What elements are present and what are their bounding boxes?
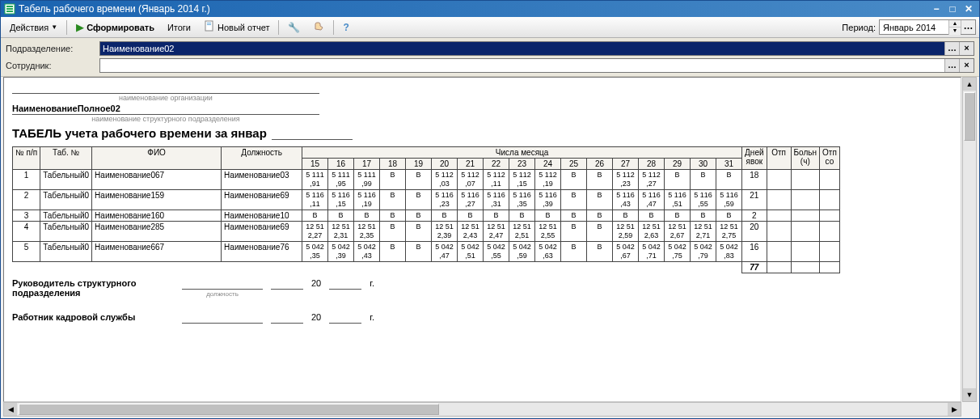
cell-no: 3 bbox=[13, 210, 40, 222]
scroll-thumb-h[interactable] bbox=[19, 404, 439, 415]
cell-no: 2 bbox=[13, 190, 40, 210]
signature-hr-label: Работник кадровой службы bbox=[12, 312, 174, 322]
day-cell: В bbox=[406, 222, 432, 242]
department-clear-button[interactable]: × bbox=[959, 42, 974, 55]
day-cell: В bbox=[354, 210, 380, 222]
cell-no: 1 bbox=[13, 170, 40, 190]
day-cell: 5 116 ,39 bbox=[535, 190, 561, 210]
day-cell: В bbox=[380, 170, 406, 190]
vertical-scrollbar[interactable]: ▲ ▼ bbox=[962, 77, 977, 402]
col-day: 21 bbox=[458, 159, 484, 170]
actions-menu[interactable]: Действия ▼ bbox=[4, 20, 63, 35]
scroll-left-icon[interactable]: ◀ bbox=[4, 403, 17, 416]
day-cell: 5 112 ,23 bbox=[613, 170, 639, 190]
day-cell: 5 116 ,23 bbox=[432, 190, 458, 210]
cell-post: Наименование69 bbox=[222, 190, 302, 210]
col-day: 16 bbox=[328, 159, 354, 170]
col-day: 28 bbox=[639, 159, 665, 170]
cell-tab: Табельный0 bbox=[40, 170, 92, 190]
period-control: ▲ ▼ … bbox=[879, 19, 976, 35]
total-spacer bbox=[13, 262, 742, 273]
day-cell: 5 116 ,11 bbox=[302, 190, 328, 210]
cell-empty bbox=[791, 210, 819, 222]
signature-position-hint: должность bbox=[182, 290, 263, 298]
day-cell: В bbox=[328, 210, 354, 222]
cell-post: Наименование03 bbox=[222, 170, 302, 190]
settings-button[interactable]: 🔧 bbox=[282, 19, 306, 36]
table-row: 5Табельный0Наименование667Наименование76… bbox=[13, 242, 840, 262]
col-no: № п/п bbox=[13, 147, 40, 170]
col-fio: ФИО bbox=[92, 147, 222, 170]
app-icon bbox=[4, 3, 15, 15]
department-input[interactable] bbox=[100, 42, 944, 55]
employee-input[interactable] bbox=[100, 59, 944, 72]
cell-empty bbox=[767, 262, 791, 273]
scroll-thumb-v[interactable] bbox=[964, 92, 975, 141]
scroll-up-icon[interactable]: ▲ bbox=[963, 78, 976, 91]
scroll-down-icon[interactable]: ▼ bbox=[963, 388, 976, 401]
period-picker-button[interactable]: … bbox=[961, 20, 975, 34]
day-cell: В bbox=[639, 210, 665, 222]
day-cell: 5 042 ,83 bbox=[716, 242, 742, 262]
period-input[interactable] bbox=[880, 20, 948, 34]
cell-tab: Табельный0 bbox=[40, 242, 92, 262]
day-cell: 12 51 2,47 bbox=[484, 222, 509, 242]
col-otp: Отп bbox=[767, 147, 791, 170]
signature-hr-day bbox=[271, 312, 303, 324]
help-button[interactable]: ? bbox=[337, 19, 354, 36]
tool-button-extra[interactable] bbox=[307, 18, 330, 36]
day-cell: В bbox=[561, 222, 587, 242]
employee-picker-button[interactable]: … bbox=[944, 59, 959, 72]
day-cell: В bbox=[406, 190, 432, 210]
day-cell: В bbox=[561, 210, 587, 222]
separator bbox=[333, 20, 334, 35]
col-days-header: Числа месяца bbox=[302, 147, 742, 159]
department-picker-button[interactable]: … bbox=[944, 42, 959, 55]
signature-head-position bbox=[182, 278, 263, 290]
day-cell: 12 51 2,39 bbox=[432, 222, 458, 242]
day-cell: 5 116 ,19 bbox=[354, 190, 380, 210]
horizontal-scrollbar[interactable]: ◀ ▶ bbox=[3, 402, 961, 417]
day-cell: В bbox=[613, 210, 639, 222]
day-cell: 5 042 ,47 bbox=[432, 242, 458, 262]
day-cell: 5 042 ,39 bbox=[328, 242, 354, 262]
minimize-button[interactable]: − bbox=[929, 2, 944, 15]
cell-empty bbox=[820, 170, 840, 190]
titlebar: Табель рабочего времени (Январь 2014 г.)… bbox=[1, 1, 979, 17]
employee-clear-button[interactable]: × bbox=[959, 59, 974, 72]
day-cell: В bbox=[691, 170, 716, 190]
dropdown-icon: ▼ bbox=[51, 23, 57, 31]
scroll-right-icon[interactable]: ▶ bbox=[948, 403, 961, 416]
day-cell: В bbox=[665, 170, 691, 190]
new-report-button[interactable]: Новый отчет bbox=[198, 18, 275, 36]
close-button[interactable]: ✕ bbox=[961, 2, 976, 15]
report-viewport: наименование организации НаименованиеПол… bbox=[3, 77, 961, 402]
day-cell: В bbox=[587, 170, 613, 190]
day-cell: 5 042 ,35 bbox=[302, 242, 328, 262]
day-cell: 5 116 ,59 bbox=[716, 190, 742, 210]
generate-button[interactable]: ▶ Сформировать bbox=[70, 19, 160, 36]
svg-rect-2 bbox=[6, 8, 13, 10]
day-cell: 12 51 2,51 bbox=[509, 222, 535, 242]
table-row: 3Табельный0Наименование160Наименование10… bbox=[13, 210, 840, 222]
maximize-button[interactable]: □ bbox=[945, 2, 960, 15]
col-day: 23 bbox=[509, 159, 535, 170]
col-day: 20 bbox=[432, 159, 458, 170]
day-cell: 5 112 ,07 bbox=[458, 170, 484, 190]
cell-days-worked: 2 bbox=[742, 210, 767, 222]
period-down-button[interactable]: ▼ bbox=[949, 28, 961, 35]
generate-label: Сформировать bbox=[87, 23, 154, 32]
day-cell: 5 112 ,19 bbox=[535, 170, 561, 190]
totals-button[interactable]: Итоги bbox=[162, 20, 196, 35]
day-cell: 5 116 ,31 bbox=[484, 190, 509, 210]
wrench-icon: 🔧 bbox=[288, 22, 300, 33]
col-otp-so: Отп со bbox=[820, 147, 840, 170]
day-cell: 5 112 ,27 bbox=[639, 170, 665, 190]
signature-year-suffix-2: г. bbox=[370, 312, 374, 322]
cell-empty bbox=[791, 242, 819, 262]
period-up-button[interactable]: ▲ bbox=[949, 20, 961, 28]
day-cell: 5 042 ,71 bbox=[639, 242, 665, 262]
cell-empty bbox=[767, 242, 791, 262]
day-cell: В bbox=[561, 190, 587, 210]
day-cell: В bbox=[509, 210, 535, 222]
